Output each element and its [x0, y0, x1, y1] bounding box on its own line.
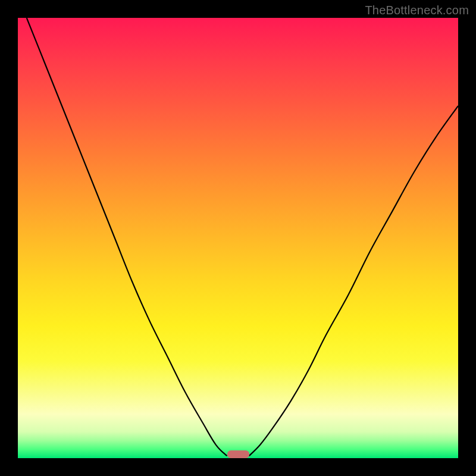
left-curve — [27, 18, 227, 456]
minimum-marker — [227, 450, 249, 458]
chart-frame: TheBottleneck.com — [0, 0, 476, 476]
watermark-text: TheBottleneck.com — [365, 4, 469, 17]
right-curve — [249, 106, 459, 456]
curve-layer — [18, 18, 458, 458]
plot-area — [18, 18, 458, 458]
